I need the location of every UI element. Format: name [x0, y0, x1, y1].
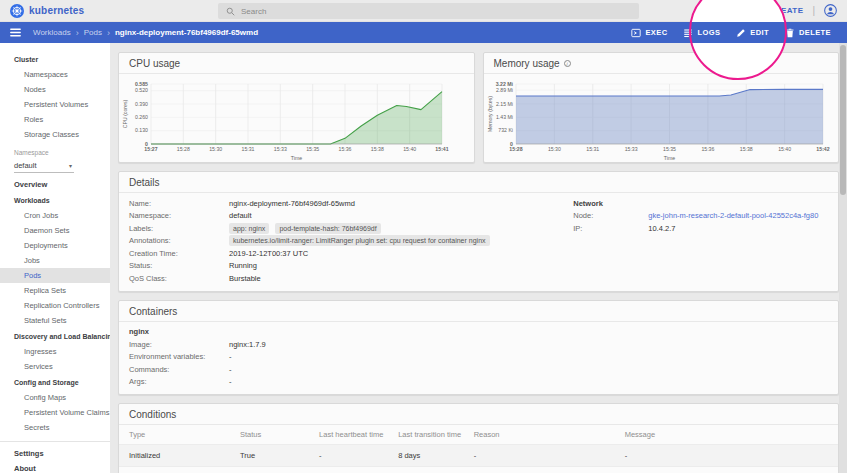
args-label: Args: [129, 377, 229, 386]
delete-label: DELETE [799, 28, 831, 37]
sidebar-item-jobs[interactable]: Jobs [0, 253, 110, 268]
sidebar-item-replication-controllers[interactable]: Replication Controllers [0, 298, 110, 313]
table-cell: - [619, 445, 838, 467]
column-header-reason: Reason [468, 425, 619, 445]
namespace-label: Namespace [0, 142, 110, 158]
qos-class-value: Burstable [229, 274, 261, 283]
breadcrumb-toolbar: Workloads › Pods › nginx-deployment-76bf… [0, 22, 847, 43]
sidebar-item-replica-sets[interactable]: Replica Sets [0, 283, 110, 298]
node-label: Node: [573, 211, 648, 220]
sidebar-item-persistent-volumes[interactable]: Persistent Volumes [0, 97, 110, 112]
sidebar-item-secrets[interactable]: Secrets [0, 420, 110, 435]
sidebar-item-pods[interactable]: Pods [0, 268, 110, 283]
commands-label: Commands: [129, 365, 229, 374]
sidebar-item-namespaces[interactable]: Namespaces [0, 67, 110, 82]
edit-button[interactable]: EDIT [736, 28, 769, 38]
status-label: Status: [129, 261, 229, 270]
info-icon[interactable]: i [564, 60, 571, 67]
sidebar-item-overview[interactable]: Overview [0, 177, 110, 192]
sidebar-header-cluster: Cluster [0, 51, 110, 67]
table-cell: True [234, 445, 313, 467]
svg-text:15:27: 15:27 [144, 146, 157, 152]
sidebar-item-daemon-sets[interactable]: Daemon Sets [0, 223, 110, 238]
search-placeholder: Search [241, 7, 266, 16]
sidebar-item-deployments[interactable]: Deployments [0, 238, 110, 253]
logs-button[interactable]: LOGS [683, 28, 720, 38]
sidebar-item-persistent-volume-claims[interactable]: Persistent Volume Claims [0, 405, 110, 420]
svg-text:15:35: 15:35 [306, 146, 319, 152]
details-card: Details Name:nginx-deployment-76bf4969df… [118, 171, 839, 292]
svg-text:0.130: 0.130 [135, 127, 148, 133]
table-cell: Initialized [119, 445, 234, 467]
delete-trash-icon [785, 28, 795, 38]
breadcrumb-pods[interactable]: Pods [84, 28, 102, 37]
sidebar-item-about[interactable]: About [0, 461, 110, 473]
account-icon[interactable] [824, 4, 837, 17]
sidebar-header-workloads: Workloads [0, 192, 110, 208]
containers-title: Containers [119, 301, 838, 322]
args-value: - [229, 377, 232, 386]
sidebar-item-nodes[interactable]: Nodes [0, 82, 110, 97]
sidebar-item-storage-classes[interactable]: Storage Classes [0, 127, 110, 142]
conditions-title: Conditions [119, 404, 838, 425]
chevron-right-icon: › [107, 28, 110, 38]
breadcrumb-workloads[interactable]: Workloads [33, 28, 71, 37]
kubernetes-logo[interactable]: kubernetes [10, 4, 84, 18]
svg-text:15:33: 15:33 [274, 146, 287, 152]
svg-text:15:42: 15:42 [816, 146, 829, 152]
breadcrumb: Workloads › Pods › nginx-deployment-76bf… [33, 28, 258, 38]
name-label: Name: [129, 199, 229, 208]
scrollbar[interactable] [839, 43, 847, 473]
sidebar-item-cron-jobs[interactable]: Cron Jobs [0, 208, 110, 223]
sidebar-item-config-maps[interactable]: Config Maps [0, 390, 110, 405]
svg-text:732 Ki: 732 Ki [498, 127, 513, 133]
containers-card: Containers nginx Image:nginx:1.7.9 Envir… [118, 300, 839, 396]
name-value: nginx-deployment-76bf4969df-65wmd [229, 199, 355, 208]
namespace-row-label: Namespace: [129, 211, 229, 220]
labels-label: Labels: [129, 224, 229, 233]
search-input[interactable]: Search [218, 3, 639, 19]
svg-text:15:36: 15:36 [339, 146, 352, 152]
delete-button[interactable]: DELETE [785, 28, 831, 38]
content-area: CPU usage 0.5850.5200.3900.2600.130015:2… [110, 43, 847, 473]
chevron-right-icon: › [76, 28, 79, 38]
image-value: nginx:1.7.9 [229, 340, 266, 349]
table-cell: - [468, 445, 619, 467]
cpu-usage-card: CPU usage 0.5850.5200.3900.2600.130015:2… [118, 52, 475, 163]
logs-label: LOGS [697, 28, 720, 37]
svg-text:15:35: 15:35 [663, 146, 676, 152]
sidebar-header-config-storage: Config and Storage [0, 374, 110, 390]
conditions-table: Type Status Last heartbeat time Last tra… [119, 425, 838, 473]
sidebar-item-roles[interactable]: Roles [0, 112, 110, 127]
svg-text:15:36: 15:36 [701, 146, 714, 152]
sidebar-item-services[interactable]: Services [0, 359, 110, 374]
table-cell: True [234, 467, 313, 473]
svg-text:15:31: 15:31 [586, 146, 599, 152]
namespace-select[interactable]: default ▾ [14, 159, 74, 173]
brand-name: kubernetes [29, 5, 84, 16]
memory-usage-card: Memory usage i 3.22 Mi2.89 Mi2.15 Mi1.43… [483, 52, 840, 163]
sidebar-header-discovery: Discovery and Load Balancing [0, 328, 110, 344]
cpu-usage-chart: 0.5850.5200.3900.2600.130015:2715:2815:3… [121, 77, 451, 161]
node-link[interactable]: gke-john-m-research-2-default-pool-42552… [648, 211, 818, 220]
conditions-card: Conditions Type Status Last heartbeat ti… [118, 403, 839, 473]
table-cell: - [313, 467, 392, 473]
svg-text:2.15 Mi: 2.15 Mi [495, 101, 512, 107]
svg-text:15:38: 15:38 [371, 146, 384, 152]
label-chip: app: nginx [229, 223, 269, 234]
sidebar-item-stateful-sets[interactable]: Stateful Sets [0, 313, 110, 328]
menu-icon[interactable] [10, 28, 21, 37]
search-icon [226, 7, 235, 16]
annotations-label: Annotations: [129, 236, 229, 245]
namespace-row-value: default [229, 211, 252, 220]
scrollbar-thumb[interactable] [840, 45, 846, 195]
svg-text:15:30: 15:30 [547, 146, 560, 152]
exec-button[interactable]: EXEC [631, 28, 667, 38]
svg-text:0.260: 0.260 [135, 114, 148, 120]
column-header-type: Type [119, 425, 234, 445]
svg-text:0.520: 0.520 [135, 87, 148, 93]
sidebar-item-settings[interactable]: Settings [0, 446, 110, 461]
svg-text:15:40: 15:40 [778, 146, 791, 152]
memory-usage-title: Memory usage [494, 58, 560, 69]
sidebar-item-ingresses[interactable]: Ingresses [0, 344, 110, 359]
